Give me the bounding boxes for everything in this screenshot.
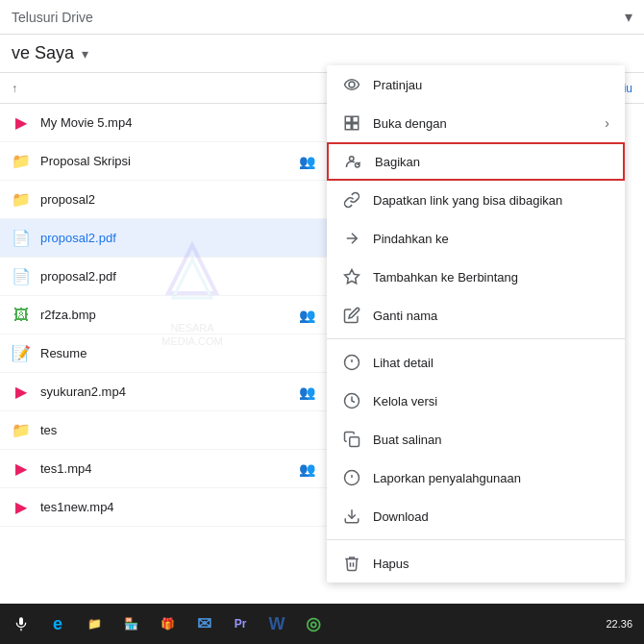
file-shared-icon: 👥	[299, 154, 315, 169]
svg-rect-4	[353, 124, 359, 130]
taskbar-store-button[interactable]: 🏪	[113, 607, 148, 641]
open-with-label: Buka dengan	[373, 116, 593, 131]
file-type-icon: 🖼	[12, 306, 31, 325]
delete-label: Hapus	[373, 557, 609, 571]
context-menu: PratinjauBuka dengan›BagikanDapatkan lin…	[327, 65, 625, 582]
top-bar-title: Telusuri Drive	[12, 10, 93, 25]
download-icon	[342, 507, 361, 526]
context-menu-item-move[interactable]: Pindahkan ke	[327, 219, 625, 258]
file-list: ▶My Movie 5.mp4📁Proposal Skripsi👥📁propos…	[0, 104, 327, 527]
svg-rect-2	[353, 116, 359, 122]
file-shared-icon: 👥	[299, 384, 315, 400]
file-item[interactable]: 📁proposal2	[0, 181, 327, 219]
file-type-icon: 📁	[12, 190, 31, 210]
file-item[interactable]: 📄proposal2.pdf	[0, 258, 327, 296]
svg-rect-1	[345, 116, 351, 122]
file-item[interactable]: ▶syukuran2.mp4👥	[0, 373, 327, 411]
file-item[interactable]: ▶tes1new.mp4	[0, 488, 327, 527]
file-type-icon: ▶	[12, 113, 31, 133]
taskbar: e📁🏪🎁✉PrW◎22.36	[0, 604, 644, 644]
move-icon	[342, 229, 361, 248]
delete-icon	[342, 554, 361, 573]
file-item[interactable]: 📝Resume	[0, 334, 327, 373]
file-name-label: tes	[40, 423, 315, 437]
svg-rect-13	[350, 437, 359, 447]
file-type-icon: 📝	[12, 344, 31, 363]
file-type-icon: ▶	[12, 459, 31, 479]
svg-rect-3	[345, 124, 351, 130]
detail-icon	[342, 353, 361, 372]
file-item[interactable]: ▶My Movie 5.mp4	[0, 104, 327, 142]
preview-icon	[342, 75, 361, 94]
svg-marker-8	[345, 270, 359, 284]
menu-divider	[327, 338, 625, 339]
share-icon	[344, 152, 363, 171]
file-item[interactable]: 🖼r2fza.bmp👥	[0, 296, 327, 334]
context-menu-item-manage-versions[interactable]: Kelola versi	[327, 382, 625, 420]
context-menu-item-report[interactable]: Laporkan penyalahgunaan	[327, 458, 625, 497]
manage-versions-icon	[342, 391, 361, 410]
file-item[interactable]: 📁Proposal Skripsi👥	[0, 142, 327, 181]
move-label: Pindahkan ke	[373, 232, 609, 246]
context-menu-item-detail[interactable]: Lihat detail	[327, 343, 625, 382]
file-type-icon: 📄	[12, 229, 31, 248]
file-name-label: syukuran2.mp4	[40, 384, 295, 399]
context-menu-item-delete[interactable]: Hapus	[327, 544, 625, 582]
top-bar-chevron-icon: ▾	[625, 8, 632, 26]
context-menu-item-open-with[interactable]: Buka dengan›	[327, 104, 625, 142]
taskbar-file-explorer-button[interactable]: 📁	[77, 607, 111, 641]
taskbar-mail-button[interactable]: ✉	[186, 607, 221, 641]
file-name-label: tes1new.mp4	[40, 500, 315, 514]
copy-label: Buat salinan	[373, 433, 609, 447]
svg-point-0	[349, 82, 355, 87]
file-name-label: proposal2.pdf	[40, 269, 315, 284]
file-name-label: My Movie 5.mp4	[40, 115, 315, 130]
taskbar-internet-explorer-button[interactable]: e	[40, 607, 75, 641]
rename-label: Ganti nama	[373, 309, 609, 323]
file-item[interactable]: 📁tes	[0, 411, 327, 450]
manage-versions-label: Kelola versi	[373, 394, 609, 409]
file-type-icon: ▶	[12, 498, 31, 517]
file-name-label: proposal2	[40, 192, 315, 207]
taskbar-chrome-button[interactable]: ◎	[296, 607, 331, 641]
open-with-arrow-icon: ›	[605, 115, 609, 131]
report-label: Laporkan penyalahgunaan	[373, 471, 609, 485]
context-menu-item-download[interactable]: Download	[327, 497, 625, 535]
taskbar-word-button[interactable]: W	[260, 607, 294, 641]
file-name-label: r2fza.bmp	[40, 308, 295, 322]
detail-label: Lihat detail	[373, 356, 609, 370]
taskbar-tray: 22.36	[598, 618, 640, 630]
file-name-label: Resume	[40, 346, 315, 360]
file-shared-icon: 👥	[299, 308, 315, 323]
file-type-icon: 📁	[12, 152, 31, 171]
preview-label: Pratinjau	[373, 78, 609, 92]
context-menu-item-share[interactable]: Bagikan	[327, 142, 625, 181]
file-type-icon: ▶	[12, 383, 31, 402]
drive-section-title: ve Saya	[12, 43, 74, 63]
star-label: Tambahkan ke Berbintang	[373, 270, 609, 285]
menu-divider	[327, 539, 625, 540]
get-link-label: Dapatkan link yang bisa dibagikan	[373, 193, 609, 208]
context-menu-item-rename[interactable]: Ganti nama	[327, 296, 625, 334]
taskbar-premiere-button[interactable]: Pr	[223, 607, 258, 641]
file-item[interactable]: 📄proposal2.pdf	[0, 219, 327, 258]
top-bar: Telusuri Drive ▾	[0, 0, 644, 35]
share-label: Bagikan	[375, 155, 607, 169]
sort-icon[interactable]: ↑	[12, 82, 17, 95]
taskbar-mic-button[interactable]	[4, 607, 38, 641]
star-icon	[342, 267, 361, 286]
svg-rect-20	[19, 617, 23, 625]
context-menu-item-preview[interactable]: Pratinjau	[327, 65, 625, 104]
taskbar-time: 22.36	[606, 618, 632, 630]
copy-icon	[342, 430, 361, 449]
rename-icon	[342, 306, 361, 325]
open-with-icon	[342, 113, 361, 133]
context-menu-item-copy[interactable]: Buat salinan	[327, 420, 625, 458]
taskbar-gift-button[interactable]: 🎁	[150, 607, 185, 641]
context-menu-item-star[interactable]: Tambahkan ke Berbintang	[327, 258, 625, 296]
file-name-label: tes1.mp4	[40, 461, 295, 476]
file-item[interactable]: ▶tes1.mp4👥	[0, 450, 327, 488]
context-menu-item-get-link[interactable]: Dapatkan link yang bisa dibagikan	[327, 181, 625, 219]
download-label: Download	[373, 509, 609, 524]
report-icon	[342, 468, 361, 487]
